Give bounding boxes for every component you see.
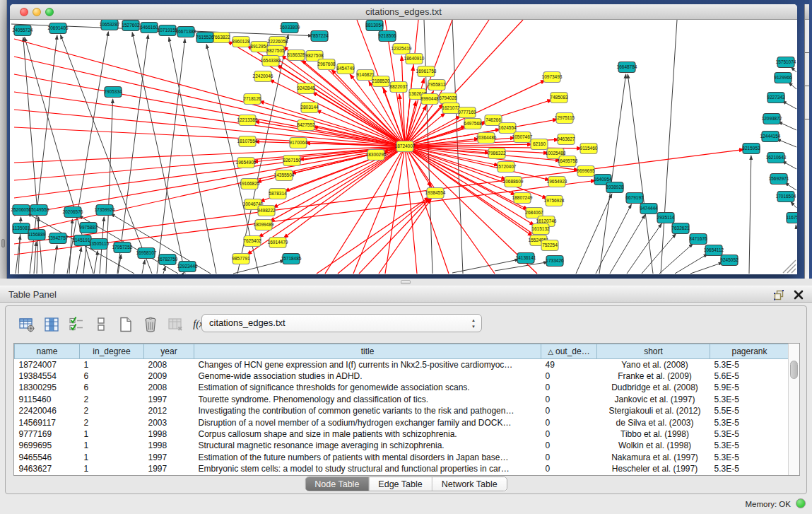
table-cell[interactable]: 2 bbox=[80, 394, 144, 405]
graph-node[interactable]: 1624554 bbox=[498, 123, 517, 134]
graph-node[interactable]: 9699695 bbox=[577, 166, 595, 177]
column-header-in_degree[interactable]: in_degree bbox=[80, 344, 144, 359]
graph-node[interactable]: 17957252 bbox=[112, 243, 133, 253]
row-height-button[interactable] bbox=[93, 315, 110, 334]
graph-edge[interactable] bbox=[749, 156, 751, 274]
table-cell[interactable]: 5.3E-5 bbox=[710, 359, 789, 370]
zoom-window-button[interactable] bbox=[45, 8, 54, 16]
table-cell[interactable]: 5.3E-5 bbox=[710, 428, 789, 440]
table-cell[interactable]: Changes of HCN gene expression and I(f) … bbox=[194, 359, 541, 370]
column-header-title[interactable]: title bbox=[194, 344, 541, 359]
table-cell[interactable]: 18724007 bbox=[15, 359, 80, 370]
graph-edge[interactable] bbox=[791, 201, 796, 208]
table-cell[interactable]: Wolkin et al. (1998) bbox=[597, 440, 710, 451]
graph-node[interactable]: 15718485 bbox=[281, 254, 302, 264]
graph-node[interactable]: 2935114 bbox=[657, 213, 675, 223]
table-row[interactable]: 969969511998Structural magnetic resonanc… bbox=[15, 440, 789, 451]
background-window-sliver[interactable] bbox=[804, 4, 809, 279]
graph-node[interactable]: 6466160 bbox=[140, 23, 158, 33]
graph-node[interactable]: 20691406 bbox=[48, 23, 69, 34]
column-header-year[interactable]: year bbox=[144, 344, 194, 359]
table-row[interactable]: 977716911998Corpus callosum shape and si… bbox=[15, 428, 789, 440]
graph-node[interactable]: 6497568 bbox=[464, 119, 482, 129]
graph-node[interactable]: 12325419 bbox=[392, 44, 412, 54]
graph-node[interactable]: 9227343 bbox=[767, 93, 785, 103]
graph-node[interactable]: 16914479 bbox=[268, 238, 288, 248]
table-cell[interactable]: 0 bbox=[541, 416, 597, 428]
table-cell[interactable]: 2012 bbox=[144, 405, 194, 416]
import-table-disabled-button[interactable] bbox=[167, 315, 184, 334]
graph-node[interactable]: 19384554 bbox=[425, 188, 446, 199]
table-cell[interactable]: 2 bbox=[80, 416, 144, 428]
graph-node[interactable]: 8938928 bbox=[606, 182, 624, 193]
table-cell[interactable]: 18300295 bbox=[15, 382, 80, 393]
minimize-window-button[interactable] bbox=[33, 8, 41, 16]
graph-edge[interactable] bbox=[576, 194, 612, 274]
table-cell[interactable]: 5.3E-5 bbox=[710, 394, 789, 405]
graph-node[interactable]: 5878314 bbox=[269, 189, 287, 199]
new-document-button[interactable] bbox=[117, 315, 134, 334]
graph-node[interactable]: 9242848 bbox=[297, 83, 315, 94]
graph-node[interactable]: 16961758 bbox=[416, 66, 437, 77]
graph-node[interactable]: 9170064 bbox=[289, 138, 307, 148]
tab-edge-table[interactable]: Edge Table bbox=[369, 477, 432, 491]
table-settings-button[interactable] bbox=[18, 315, 35, 334]
tab-network-table[interactable]: Network Table bbox=[433, 477, 507, 491]
graph-edge[interactable] bbox=[777, 139, 796, 147]
table-cell[interactable]: 1 bbox=[80, 359, 144, 370]
graph-node[interactable]: 15720407 bbox=[496, 162, 517, 173]
graph-node[interactable]: 7986322 bbox=[488, 148, 506, 159]
table-cell[interactable]: Franke et al. (2009) bbox=[597, 370, 710, 382]
graph-edge[interactable] bbox=[183, 273, 184, 274]
table-cell[interactable]: 14569117 bbox=[15, 416, 80, 428]
table-cell[interactable]: 9463627 bbox=[15, 463, 80, 474]
splitter-handle[interactable] bbox=[401, 280, 411, 284]
close-icon[interactable] bbox=[792, 288, 805, 301]
graph-node[interactable]: 20206576 bbox=[63, 207, 83, 218]
graph-edge[interactable] bbox=[385, 146, 405, 274]
graph-node[interactable]: 18640910 bbox=[404, 54, 425, 64]
graph-node[interactable]: 13942757 bbox=[48, 233, 69, 244]
table-cell[interactable]: 5.3E-5 bbox=[710, 452, 789, 463]
graph-node[interactable]: 1156889 bbox=[28, 230, 46, 240]
graph-edge[interactable] bbox=[596, 204, 631, 274]
graph-node[interactable]: 7663822 bbox=[212, 33, 230, 43]
table-cell[interactable]: 9465546 bbox=[15, 452, 80, 463]
graph-node[interactable]: 14355504 bbox=[274, 170, 295, 181]
table-cell[interactable]: 5.5E-5 bbox=[710, 405, 789, 416]
graph-edge[interactable] bbox=[34, 242, 36, 274]
graph-edge[interactable] bbox=[37, 217, 39, 274]
graph-node[interactable]: 7625402 bbox=[243, 236, 261, 247]
graph-node[interactable]: 9218506 bbox=[378, 31, 396, 42]
table-cell[interactable]: 49 bbox=[541, 359, 597, 370]
graph-node[interactable]: 16671388 bbox=[176, 27, 196, 37]
table-cell[interactable]: 1 bbox=[80, 440, 144, 451]
tab-node-table[interactable]: Node Table bbox=[305, 477, 369, 491]
graph-node[interactable]: 7955812 bbox=[428, 80, 446, 90]
graph-node[interactable]: 19654923 bbox=[547, 177, 567, 187]
graph-node[interactable]: 8215953 bbox=[742, 144, 760, 154]
graph-edge[interactable] bbox=[14, 146, 405, 180]
graph-node[interactable]: 2967608 bbox=[317, 59, 336, 70]
table-scrollbar[interactable] bbox=[788, 344, 799, 475]
graph-node[interactable]: 8822037 bbox=[389, 82, 408, 93]
graph-node[interactable]: 9975887 bbox=[79, 223, 98, 233]
table-cell[interactable]: Corpus callosum shape and size in male p… bbox=[194, 428, 541, 440]
select-rows-button[interactable] bbox=[68, 315, 85, 334]
network-window[interactable]: citations_edges.txt 18724007766382289601… bbox=[10, 4, 797, 274]
graph-edge[interactable] bbox=[405, 146, 495, 274]
table-cell[interactable]: Embryonic stem cells: a model to study s… bbox=[194, 463, 541, 474]
graph-edge[interactable] bbox=[778, 122, 796, 130]
window-titlebar[interactable]: citations_edges.txt bbox=[10, 4, 797, 20]
table-cell[interactable]: Stergiakouli et al. (2012) bbox=[597, 405, 710, 416]
graph-node[interactable]: 18107554 bbox=[237, 136, 258, 147]
panel-splitter[interactable] bbox=[0, 279, 812, 286]
graph-node[interactable]: 9827505 bbox=[266, 46, 285, 57]
graph-edge[interactable] bbox=[628, 74, 653, 274]
graph-node[interactable]: 13505115 bbox=[89, 239, 110, 250]
table-row[interactable]: 2242004622012Investigating the contribut… bbox=[15, 405, 789, 416]
table-cell[interactable]: 0 bbox=[541, 463, 597, 474]
graph-node[interactable]: 9498222 bbox=[257, 206, 276, 216]
table-cell[interactable]: 1998 bbox=[144, 428, 194, 440]
graph-node[interactable]: 19654905 bbox=[236, 158, 257, 168]
